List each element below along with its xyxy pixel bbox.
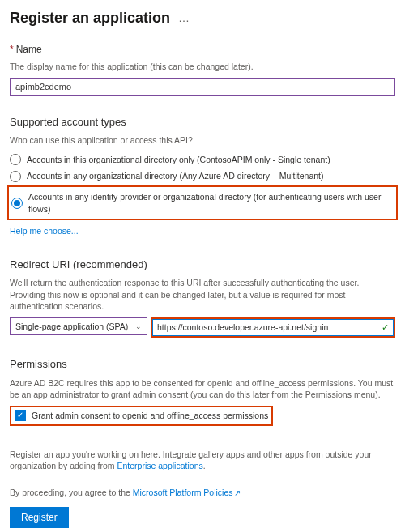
permissions-desc: Azure AD B2C requires this app to be con… bbox=[10, 377, 395, 401]
register-button[interactable]: Register bbox=[10, 507, 69, 528]
chevron-down-icon: ⌄ bbox=[135, 321, 142, 332]
radio-icon bbox=[10, 154, 21, 165]
redirect-uri-input[interactable]: https://contoso.developer.azure-api.net/… bbox=[152, 319, 394, 336]
permissions-title: Permissions bbox=[10, 357, 395, 372]
radio-label: Accounts in any identity provider or org… bbox=[28, 191, 394, 215]
help-me-choose-link[interactable]: Help me choose... bbox=[10, 226, 79, 236]
checkbox-checked-icon: ✓ bbox=[15, 410, 26, 421]
platform-policies-link[interactable]: Microsoft Platform Policies↗ bbox=[133, 487, 241, 497]
name-input[interactable] bbox=[10, 78, 395, 96]
name-label: *Name bbox=[10, 43, 395, 57]
radio-icon bbox=[10, 171, 21, 182]
platform-select[interactable]: Single-page application (SPA) ⌄ bbox=[10, 317, 147, 335]
account-type-option-multitenant[interactable]: Accounts in any organizational directory… bbox=[10, 168, 395, 185]
required-star-icon: * bbox=[10, 44, 14, 55]
page-title: Register an application bbox=[10, 8, 170, 28]
name-description: The display name for this application (t… bbox=[10, 61, 395, 73]
account-types-title: Supported account types bbox=[10, 115, 395, 130]
radio-label: Accounts in any organizational directory… bbox=[27, 170, 324, 182]
radio-label: Accounts in this organizational director… bbox=[27, 154, 330, 166]
redirect-uri-title: Redirect URI (recommended) bbox=[10, 257, 395, 272]
redirect-uri-desc: We'll return the authentication response… bbox=[10, 277, 395, 313]
checkbox-label: Grant admin consent to openid and offlin… bbox=[32, 410, 268, 422]
external-link-icon: ↗ bbox=[234, 488, 241, 497]
platform-select-value: Single-page application (SPA) bbox=[15, 321, 128, 333]
account-types-desc: Who can use this application or access t… bbox=[10, 134, 395, 147]
account-type-option-single-tenant[interactable]: Accounts in this organizational director… bbox=[10, 151, 395, 168]
agreement-text: By proceeding, you agree to the Microsof… bbox=[10, 487, 395, 499]
footer-note: Register an app you're working on here. … bbox=[10, 449, 395, 472]
radio-icon bbox=[11, 198, 23, 209]
more-icon[interactable]: … bbox=[178, 11, 190, 27]
account-type-option-any-idp[interactable]: Accounts in any identity provider or org… bbox=[11, 189, 394, 217]
enterprise-apps-link[interactable]: Enterprise applications bbox=[117, 461, 203, 470]
checkmark-icon: ✓ bbox=[382, 321, 389, 334]
grant-consent-checkbox[interactable]: ✓ Grant admin consent to openid and offl… bbox=[10, 406, 273, 426]
redirect-uri-value: https://contoso.developer.azure-api.net/… bbox=[157, 321, 328, 334]
